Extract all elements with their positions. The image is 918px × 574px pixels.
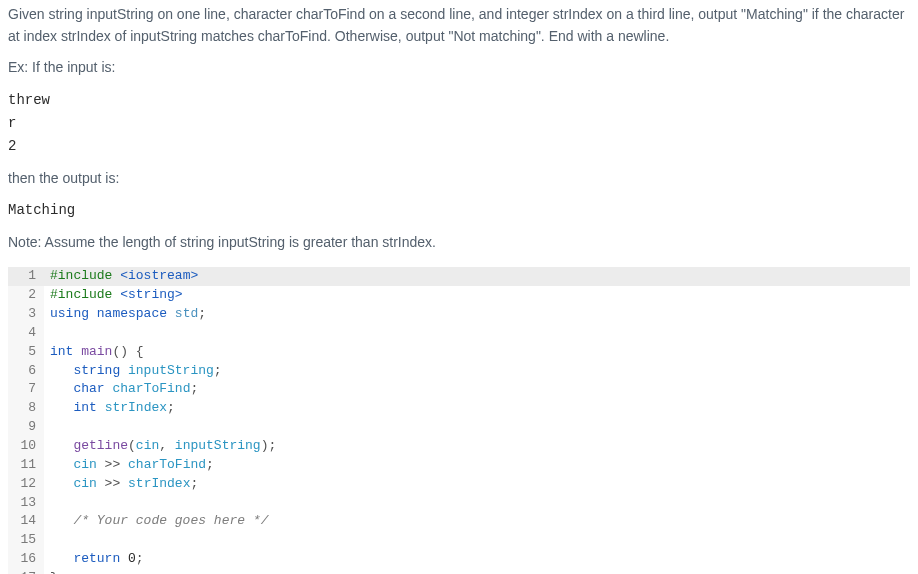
code-text[interactable]	[44, 531, 50, 550]
line-number: 4	[8, 324, 44, 343]
line-number: 14	[8, 512, 44, 531]
line-number: 16	[8, 550, 44, 569]
code-text[interactable]: string inputString;	[44, 362, 222, 381]
code-line[interactable]: 17}	[8, 569, 910, 574]
code-line[interactable]: 14 /* Your code goes here */	[8, 512, 910, 531]
line-number: 15	[8, 531, 44, 550]
problem-note: Note: Assume the length of string inputS…	[8, 232, 910, 254]
code-line[interactable]: 8 int strIndex;	[8, 399, 910, 418]
line-number: 1	[8, 267, 44, 286]
code-text[interactable]: #include <string>	[44, 286, 183, 305]
line-number: 8	[8, 399, 44, 418]
code-line[interactable]: 10 getline(cin, inputString);	[8, 437, 910, 456]
then-output-label: then the output is:	[8, 168, 910, 190]
code-text[interactable]: cin >> charToFind;	[44, 456, 214, 475]
example-lead: Ex: If the input is:	[8, 57, 910, 79]
code-line[interactable]: 1#include <iostream>	[8, 267, 910, 286]
line-number: 13	[8, 494, 44, 513]
code-text[interactable]: cin >> strIndex;	[44, 475, 198, 494]
line-number: 12	[8, 475, 44, 494]
code-text[interactable]: getline(cin, inputString);	[44, 437, 276, 456]
code-text[interactable]: using namespace std;	[44, 305, 206, 324]
example-output: Matching	[8, 200, 910, 222]
line-number: 17	[8, 569, 44, 574]
code-text[interactable]	[44, 494, 50, 513]
code-line[interactable]: 13	[8, 494, 910, 513]
code-line[interactable]: 2#include <string>	[8, 286, 910, 305]
code-text[interactable]	[44, 418, 50, 437]
code-text[interactable]: int strIndex;	[44, 399, 175, 418]
line-number: 9	[8, 418, 44, 437]
line-number: 3	[8, 305, 44, 324]
code-editor[interactable]: 1#include <iostream>2#include <string>3u…	[8, 267, 910, 574]
code-line[interactable]: 4	[8, 324, 910, 343]
line-number: 10	[8, 437, 44, 456]
code-line[interactable]: 11 cin >> charToFind;	[8, 456, 910, 475]
code-line[interactable]: 5int main() {	[8, 343, 910, 362]
code-text[interactable]: return 0;	[44, 550, 144, 569]
code-line[interactable]: 7 char charToFind;	[8, 380, 910, 399]
line-number: 2	[8, 286, 44, 305]
example-input: threw r 2	[8, 89, 910, 158]
problem-instructions: Given string inputString on one line, ch…	[8, 4, 910, 47]
code-text[interactable]: #include <iostream>	[44, 267, 198, 286]
code-line[interactable]: 3using namespace std;	[8, 305, 910, 324]
code-text[interactable]: char charToFind;	[44, 380, 198, 399]
code-line[interactable]: 9	[8, 418, 910, 437]
code-text[interactable]: }	[44, 569, 58, 574]
code-text[interactable]: int main() {	[44, 343, 144, 362]
line-number: 5	[8, 343, 44, 362]
line-number: 11	[8, 456, 44, 475]
code-line[interactable]: 15	[8, 531, 910, 550]
code-line[interactable]: 16 return 0;	[8, 550, 910, 569]
code-text[interactable]: /* Your code goes here */	[44, 512, 268, 531]
line-number: 6	[8, 362, 44, 381]
line-number: 7	[8, 380, 44, 399]
code-line[interactable]: 12 cin >> strIndex;	[8, 475, 910, 494]
code-text[interactable]	[44, 324, 50, 343]
code-line[interactable]: 6 string inputString;	[8, 362, 910, 381]
